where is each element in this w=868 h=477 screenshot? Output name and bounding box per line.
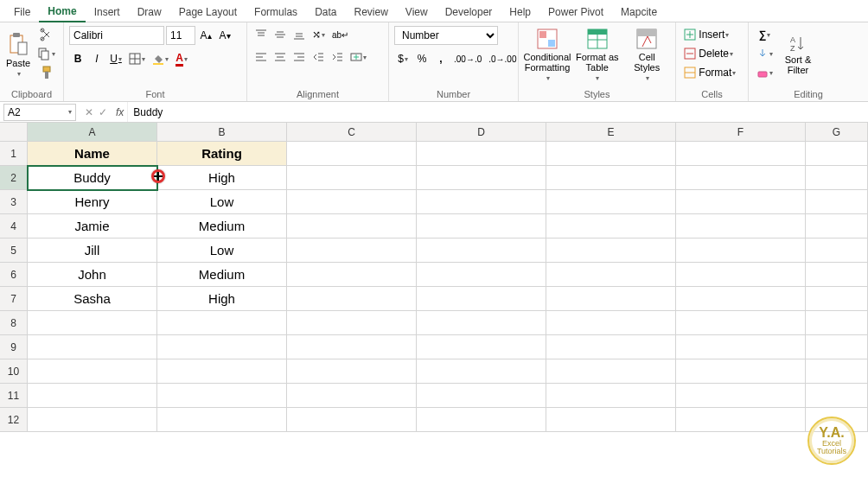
cell[interactable] [546, 287, 676, 311]
cell[interactable] [287, 359, 417, 384]
worksheet-grid[interactable]: ABCDEFG1NameRating2BuddyHigh3HenryLow4Ja… [0, 123, 868, 432]
tab-mapcite[interactable]: Mapcite [612, 3, 666, 22]
decrease-indent-button[interactable] [310, 48, 327, 66]
cell[interactable] [417, 287, 546, 311]
cell[interactable] [676, 190, 806, 214]
bold-button[interactable]: B [69, 50, 86, 67]
tab-help[interactable]: Help [501, 3, 539, 22]
align-bottom-button[interactable] [290, 26, 308, 43]
cell[interactable] [287, 142, 417, 166]
row-header[interactable]: 11 [0, 384, 28, 408]
cell[interactable] [417, 408, 546, 432]
formula-input[interactable]: Buddy [127, 102, 868, 122]
paste-button[interactable]: Paste▾ [5, 26, 31, 83]
clear-button[interactable]: ▾ [754, 64, 775, 81]
cell[interactable]: John [28, 263, 157, 287]
cell[interactable]: Jill [28, 238, 157, 263]
conditional-formatting-button[interactable]: Conditional Formatting▾ [524, 26, 571, 83]
row-header[interactable]: 7 [0, 287, 28, 311]
cell[interactable] [546, 311, 676, 335]
cell[interactable] [676, 384, 806, 408]
cell[interactable] [28, 311, 157, 335]
percent-button[interactable]: % [413, 50, 431, 67]
cell[interactable]: Medium [157, 263, 287, 287]
row-header[interactable]: 10 [0, 359, 28, 384]
cell-styles-button[interactable]: Cell Styles▾ [624, 26, 671, 83]
cell[interactable] [806, 384, 868, 408]
cell[interactable] [676, 359, 806, 384]
cell[interactable] [157, 335, 287, 359]
cell[interactable] [546, 335, 676, 359]
cell[interactable] [546, 384, 676, 408]
row-header[interactable]: 3 [0, 190, 28, 214]
cell[interactable] [546, 263, 676, 287]
cell[interactable]: Buddy [28, 166, 157, 190]
cell[interactable] [806, 166, 868, 190]
cell[interactable] [28, 384, 157, 408]
decrease-font-button[interactable]: A▾ [216, 27, 233, 44]
align-middle-button[interactable] [271, 26, 289, 43]
enter-formula-button[interactable]: ✓ [99, 106, 107, 118]
cell[interactable] [417, 311, 546, 335]
cell[interactable] [676, 214, 806, 238]
cell[interactable] [676, 142, 806, 166]
cell[interactable] [546, 408, 676, 432]
cell[interactable] [287, 238, 417, 263]
fx-icon[interactable]: fx [112, 106, 127, 118]
align-top-button[interactable] [252, 26, 270, 43]
decrease-decimal-button[interactable]: .0→.00 [486, 50, 519, 67]
fill-color-button[interactable]: ▾ [150, 50, 171, 67]
column-header[interactable]: E [546, 123, 676, 142]
cell[interactable] [806, 238, 868, 263]
cell[interactable] [417, 166, 546, 190]
cell[interactable] [676, 335, 806, 359]
font-name-select[interactable] [69, 26, 164, 45]
tab-file[interactable]: File [5, 3, 39, 22]
cell[interactable] [546, 359, 676, 384]
column-header[interactable]: F [676, 123, 806, 142]
cell[interactable] [417, 359, 546, 384]
cell[interactable] [287, 263, 417, 287]
cell[interactable] [28, 408, 157, 432]
column-header[interactable]: B [157, 123, 287, 142]
column-header[interactable]: C [287, 123, 417, 142]
orientation-button[interactable]: ⤭▾ [310, 26, 328, 43]
cell[interactable] [546, 238, 676, 263]
cell[interactable] [546, 166, 676, 190]
row-header[interactable]: 6 [0, 263, 28, 287]
fill-button[interactable]: ▾ [754, 45, 775, 62]
cell[interactable]: Jamie [28, 214, 157, 238]
tab-page-layout[interactable]: Page Layout [170, 3, 246, 22]
align-right-button[interactable] [290, 48, 308, 66]
cell[interactable]: High [157, 287, 287, 311]
cell[interactable] [806, 142, 868, 166]
increase-font-button[interactable]: A▴ [197, 27, 214, 44]
tab-data[interactable]: Data [306, 3, 345, 22]
cell[interactable] [157, 384, 287, 408]
column-header[interactable]: G [806, 123, 868, 142]
border-button[interactable]: ▾ [126, 50, 148, 67]
row-header[interactable]: 9 [0, 335, 28, 359]
cell[interactable] [676, 408, 806, 432]
cell[interactable] [287, 166, 417, 190]
cell[interactable] [676, 263, 806, 287]
format-cells-button[interactable]: Format▾ [681, 64, 743, 81]
column-header[interactable]: D [417, 123, 546, 142]
merge-button[interactable]: ▾ [348, 48, 369, 66]
cut-button[interactable] [35, 26, 58, 43]
cell[interactable] [806, 190, 868, 214]
cell[interactable] [417, 384, 546, 408]
cell[interactable] [157, 311, 287, 335]
cell[interactable] [417, 142, 546, 166]
cell[interactable] [806, 287, 868, 311]
cell[interactable] [676, 287, 806, 311]
cell[interactable] [546, 214, 676, 238]
tab-home[interactable]: Home [39, 2, 85, 22]
row-header[interactable]: 1 [0, 142, 28, 166]
cell[interactable] [417, 335, 546, 359]
cell[interactable]: Low [157, 190, 287, 214]
tab-draw[interactable]: Draw [129, 3, 170, 22]
cell[interactable] [287, 311, 417, 335]
tab-review[interactable]: Review [345, 3, 396, 22]
cell[interactable] [287, 190, 417, 214]
